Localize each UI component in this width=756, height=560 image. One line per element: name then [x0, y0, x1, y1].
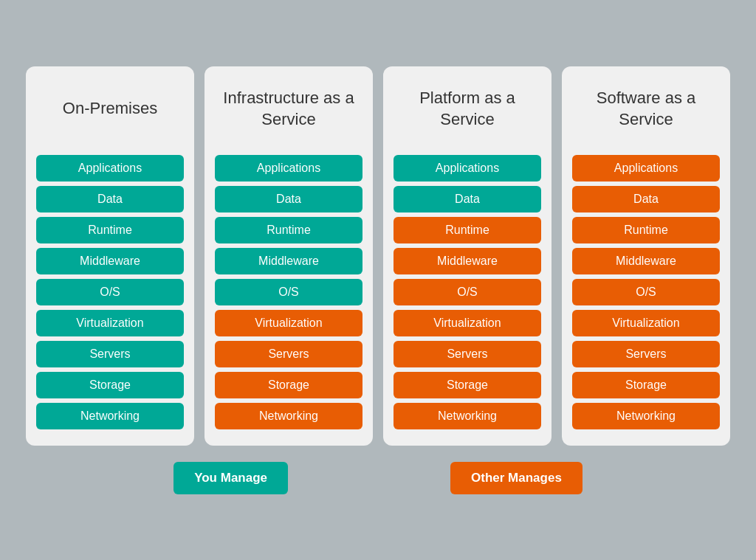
- item-iaas-3: Middleware: [215, 248, 362, 274]
- main-container: On-PremisesApplicationsDataRuntimeMiddle…: [0, 52, 756, 509]
- items-list-saas: ApplicationsDataRuntimeMiddlewareO/SVirt…: [572, 155, 720, 429]
- item-on-premises-6: Servers: [36, 341, 184, 367]
- item-paas-8: Networking: [394, 403, 541, 429]
- item-saas-1: Data: [572, 186, 720, 212]
- item-on-premises-8: Networking: [36, 403, 184, 429]
- item-on-premises-5: Virtualization: [36, 310, 184, 336]
- item-on-premises-0: Applications: [36, 155, 184, 182]
- item-saas-5: Virtualization: [572, 310, 720, 336]
- legend-row: You Manage Other Manages: [7, 462, 749, 494]
- item-on-premises-7: Storage: [36, 372, 184, 398]
- item-iaas-2: Runtime: [215, 217, 362, 243]
- item-saas-7: Storage: [572, 372, 720, 398]
- item-saas-8: Networking: [572, 403, 720, 429]
- other-manages-badge: Other Manages: [450, 462, 583, 494]
- item-iaas-1: Data: [215, 186, 362, 212]
- item-on-premises-1: Data: [36, 186, 184, 212]
- item-on-premises-3: Middleware: [36, 248, 184, 274]
- column-title-on-premises: On-Premises: [63, 80, 157, 139]
- item-iaas-7: Storage: [215, 372, 362, 398]
- item-paas-4: O/S: [394, 279, 541, 305]
- item-saas-6: Servers: [572, 341, 720, 367]
- item-paas-1: Data: [394, 186, 541, 212]
- column-title-saas: Software as a Service: [572, 80, 720, 139]
- columns-row: On-PremisesApplicationsDataRuntimeMiddle…: [7, 66, 749, 446]
- item-paas-5: Virtualization: [394, 310, 541, 336]
- item-on-premises-4: O/S: [36, 279, 184, 305]
- column-title-paas: Platform as a Service: [394, 80, 541, 139]
- item-saas-0: Applications: [572, 155, 720, 182]
- column-title-iaas: Infrastructure as a Service: [215, 80, 362, 139]
- column-saas: Software as a ServiceApplicationsDataRun…: [562, 66, 730, 446]
- item-paas-2: Runtime: [394, 217, 541, 243]
- item-paas-3: Middleware: [394, 248, 541, 274]
- items-list-paas: ApplicationsDataRuntimeMiddlewareO/SVirt…: [394, 155, 541, 429]
- column-iaas: Infrastructure as a ServiceApplicationsD…: [205, 66, 373, 446]
- item-paas-7: Storage: [394, 372, 541, 398]
- item-on-premises-2: Runtime: [36, 217, 184, 243]
- item-iaas-0: Applications: [215, 155, 362, 182]
- item-saas-2: Runtime: [572, 217, 720, 243]
- item-iaas-5: Virtualization: [215, 310, 362, 336]
- items-list-on-premises: ApplicationsDataRuntimeMiddlewareO/SVirt…: [36, 155, 184, 429]
- item-iaas-4: O/S: [215, 279, 362, 305]
- items-list-iaas: ApplicationsDataRuntimeMiddlewareO/SVirt…: [215, 155, 362, 429]
- item-saas-4: O/S: [572, 279, 720, 305]
- column-paas: Platform as a ServiceApplicationsDataRun…: [383, 66, 551, 446]
- item-paas-0: Applications: [394, 155, 541, 182]
- item-iaas-6: Servers: [215, 341, 362, 367]
- item-paas-6: Servers: [394, 341, 541, 367]
- you-manage-badge: You Manage: [173, 462, 288, 494]
- item-saas-3: Middleware: [572, 248, 720, 274]
- item-iaas-8: Networking: [215, 403, 362, 429]
- column-on-premises: On-PremisesApplicationsDataRuntimeMiddle…: [26, 66, 194, 446]
